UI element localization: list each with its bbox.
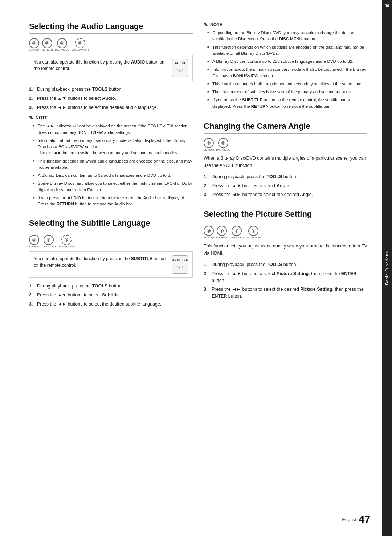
camera-disc-icons: BD-ROM DVD-VIDEO	[204, 138, 367, 151]
note-item: A Blu-ray Disc can contain up to 255 sub…	[207, 58, 367, 65]
main-content: Selecting the Audio Language BD-ROM BD-R…	[0, 0, 382, 536]
subtitle-note-header: ✎ NOTE	[204, 22, 367, 28]
disc-icon-dvd-pic: DVD-VIDEO	[230, 226, 244, 239]
page-footer: English 47	[342, 514, 370, 525]
divider-subtitle	[29, 214, 193, 214]
audio-remote-button: AUDIO ☜	[172, 59, 188, 77]
disc-icon-dvd-cam: DVD-VIDEO	[216, 138, 230, 151]
audio-language-section: Selecting the Audio Language BD-ROM BD-R…	[29, 22, 193, 207]
note-item: If you press the AUDIO button on the rem…	[33, 195, 193, 208]
disc-icon-dvd-sub: DVD-VIDEO	[41, 235, 56, 248]
subtitle-step-2: 2. Press the ▲▼ buttons to select Subtit…	[29, 292, 193, 299]
disc-icon-dvdrw-pic: DVD+RW/+R	[246, 226, 261, 239]
picture-steps: 1. During playback, press the TOOLS butt…	[204, 261, 367, 300]
note-item: This function depends on which audio lan…	[33, 158, 193, 171]
page-lang: English	[342, 517, 358, 522]
subtitle-note-list: Depending on the Blu-ray Disc / DVD, you…	[204, 30, 367, 110]
picture-intro: This function lets you adjust video qual…	[204, 242, 367, 257]
picture-step-3: 3. Press the ◄► buttons to select the de…	[204, 286, 367, 300]
audio-info-box: You can also operate this function by pr…	[29, 55, 193, 81]
disc-icon-divx: DivX/MKV/MP4	[71, 38, 89, 51]
disc-icon-divx-sub: DivX/MKV/MP4	[58, 235, 75, 248]
picture-setting-section: Selecting the Picture Setting BD-ROM BD-…	[204, 209, 367, 300]
subtitle-language-title: Selecting the Subtitle Language	[29, 218, 193, 230]
chapter-label: Basic Functions	[385, 251, 389, 285]
audio-note-header: ✎ NOTE	[29, 115, 193, 121]
note-item: The ◄► indicator will not be displayed o…	[33, 123, 193, 136]
side-tab: 06 Basic Functions	[382, 0, 392, 536]
audio-note-list: The ◄► indicator will not be displayed o…	[29, 123, 193, 207]
audio-steps: 1. During playback, press the TOOLS butt…	[29, 86, 193, 111]
subtitle-language-section: Selecting the Subtitle Language BD-ROM D…	[29, 218, 193, 307]
camera-angle-section: Changing the Camera Angle BD-ROM DVD-VID…	[204, 122, 367, 198]
picture-step-1: 1. During playback, press the TOOLS butt…	[204, 261, 367, 268]
subtitle-steps: 1. During playback, press the TOOLS butt…	[29, 283, 193, 307]
picture-setting-title: Selecting the Picture Setting	[204, 209, 367, 221]
note-item: Some Blu-ray Discs may allow you to sele…	[33, 180, 193, 193]
subtitle-note: ✎ NOTE Depending on the Blu-ray Disc / D…	[204, 22, 367, 110]
note-item: A Blu-ray Disc can contain up to 32 audi…	[33, 172, 193, 179]
audio-step-3: 3. Press the ◄► buttons to select the de…	[29, 104, 193, 111]
note-item: If you press the SUBTITLE button on the …	[207, 97, 367, 110]
page-number: 47	[359, 514, 370, 525]
divider-picture	[204, 205, 367, 205]
camera-intro: When a Blu-ray Disc/DVD contains multipl…	[204, 155, 367, 169]
camera-step-1: 1. During playback, press the TOOLS butt…	[204, 173, 367, 180]
disc-icon-bdrom-pic: BD-ROM	[204, 226, 214, 239]
disc-icon-bdre: BD-RE/-R	[41, 38, 53, 51]
camera-angle-title: Changing the Camera Angle	[204, 122, 367, 134]
audio-step-1: 1. During playback, press the TOOLS butt…	[29, 86, 193, 93]
page-container: Selecting the Audio Language BD-ROM BD-R…	[0, 0, 392, 536]
note-item: Information about the primary / secondar…	[207, 66, 367, 79]
subtitle-remote-button: SUBTITLE ☜	[172, 255, 188, 274]
disc-icon-bdre-pic: BD-RE/-R	[216, 226, 227, 239]
disc-icon-bdrom-sub: BD-ROM	[29, 235, 39, 248]
subtitle-step-1: 1. During playback, press the TOOLS butt…	[29, 283, 193, 290]
picture-disc-icons: BD-ROM BD-RE/-R DVD-VIDEO DVD+RW/+R	[204, 226, 367, 239]
camera-steps: 1. During playback, press the TOOLS butt…	[204, 173, 367, 198]
audio-disc-icons: BD-ROM BD-RE/-R DVD-VIDEO DivX/MKV/MP4	[29, 38, 193, 51]
divider-camera	[204, 117, 367, 117]
note-icon: ✎	[29, 115, 33, 121]
audio-language-title: Selecting the Audio Language	[29, 22, 193, 34]
picture-step-2: 2. Press the ▲▼ buttons to select Pictur…	[204, 270, 367, 284]
right-column: ✎ NOTE Depending on the Blu-ray Disc / D…	[204, 22, 367, 521]
note-item: This function changes both the primary a…	[207, 81, 367, 87]
subtitle-info-box: You can also operate this function by pr…	[29, 251, 193, 278]
disc-icon-bdrom-cam: BD-ROM	[204, 138, 214, 151]
left-column: Selecting the Audio Language BD-ROM BD-R…	[29, 22, 193, 521]
audio-step-2: 2. Press the ▲▼ buttons to select Audio.	[29, 95, 193, 102]
note-item: Depending on the Blu-ray Disc / DVD, you…	[207, 30, 367, 42]
note-icon-right: ✎	[204, 22, 208, 28]
subtitle-disc-icons: BD-ROM DVD-VIDEO DivX/MKV/MP4	[29, 235, 193, 248]
audio-note: ✎ NOTE The ◄► indicator will not be disp…	[29, 115, 193, 207]
chapter-number: 06	[385, 4, 389, 8]
camera-step-2: 2. Press the ▲▼ buttons to select Angle.	[204, 183, 367, 189]
note-item: This function depends on which subtitles…	[207, 44, 367, 57]
subtitle-step-3: 3. Press the ◄► buttons to select the de…	[29, 301, 193, 308]
note-item: The total number of subtitles is the sum…	[207, 89, 367, 95]
subtitle-info-text: You can also operate this function by pr…	[34, 255, 168, 269]
note-item: Information about the primary / secondar…	[33, 138, 193, 156]
audio-info-text: You can also operate this function by pr…	[34, 59, 168, 72]
disc-icon-dvd: DVD-VIDEO	[55, 38, 69, 51]
disc-icon-bdrom: BD-ROM	[29, 38, 39, 51]
camera-step-3: 3. Press the ◄► buttons to select the de…	[204, 191, 367, 198]
